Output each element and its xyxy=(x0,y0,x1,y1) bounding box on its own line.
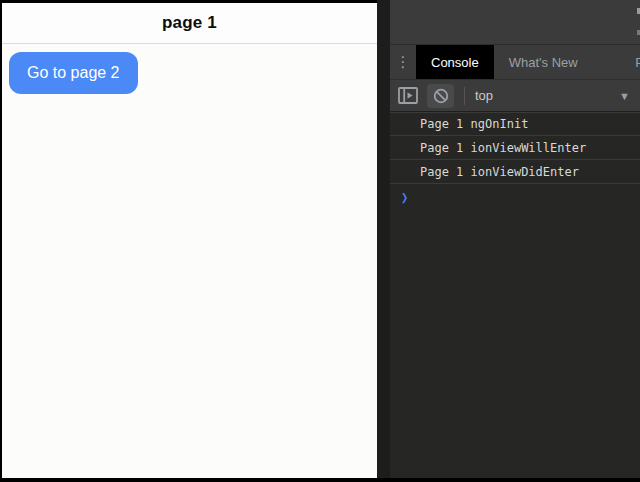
console-message-text: Page 1 ionViewDidEnter xyxy=(420,165,579,179)
context-dropdown-caret-icon[interactable]: ▼ xyxy=(615,90,634,102)
tab-console[interactable]: Console xyxy=(416,45,494,79)
console-message-text: Page 1 ngOnInit xyxy=(420,117,528,131)
console-message-row: Page 1 ionViewWillEnter xyxy=(390,136,640,160)
devtools-tab-bar: ⋮ Console What's New P xyxy=(390,45,640,80)
devtools-top-spacer xyxy=(390,0,640,45)
toolbar-separator xyxy=(464,87,465,105)
console-message-row: Page 1 ionViewDidEnter xyxy=(390,160,640,184)
context-selector[interactable]: top xyxy=(475,88,493,103)
page-title: page 1 xyxy=(162,13,217,33)
app-preview-panel: page 1 Go to page 2 xyxy=(2,3,377,478)
console-toolbar: top ▼ xyxy=(390,80,640,112)
tab-console-label: Console xyxy=(431,55,479,70)
kebab-menu-icon[interactable]: ⋮ xyxy=(390,45,416,79)
console-prompt-chevron-icon: ❯ xyxy=(401,189,408,205)
clear-console-icon[interactable] xyxy=(427,84,454,108)
console-messages-area: Page 1 ngOnInit Page 1 ionViewWillEnter … xyxy=(390,112,640,210)
console-sidebar-toggle-icon[interactable] xyxy=(398,87,418,104)
console-message-text: Page 1 ionViewWillEnter xyxy=(420,141,586,155)
app-header: page 1 xyxy=(2,3,377,44)
tab-whats-new-label: What's New xyxy=(509,55,578,70)
tab-clipped-label: P xyxy=(635,55,640,70)
console-prompt[interactable]: ❯ xyxy=(390,184,640,210)
go-to-page-2-button[interactable]: Go to page 2 xyxy=(9,52,138,94)
console-message-row: Page 1 ngOnInit xyxy=(390,112,640,136)
panel-divider xyxy=(377,0,390,478)
tab-clipped[interactable]: P xyxy=(635,45,640,79)
tab-whats-new[interactable]: What's New xyxy=(494,45,593,79)
devtools-panel: ⋮ Console What's New P top ▼ xyxy=(390,0,640,478)
